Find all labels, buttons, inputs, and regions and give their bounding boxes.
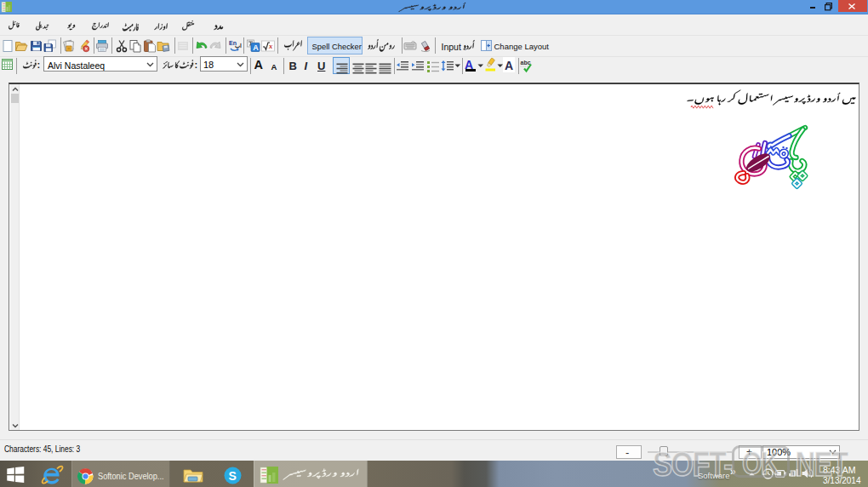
svg-text:x: x — [268, 41, 273, 49]
svg-text:A: A — [253, 43, 259, 52]
svg-text:abc: abc — [521, 60, 531, 66]
svg-text:S: S — [229, 469, 237, 483]
svg-text:اب: اب — [235, 43, 242, 49]
